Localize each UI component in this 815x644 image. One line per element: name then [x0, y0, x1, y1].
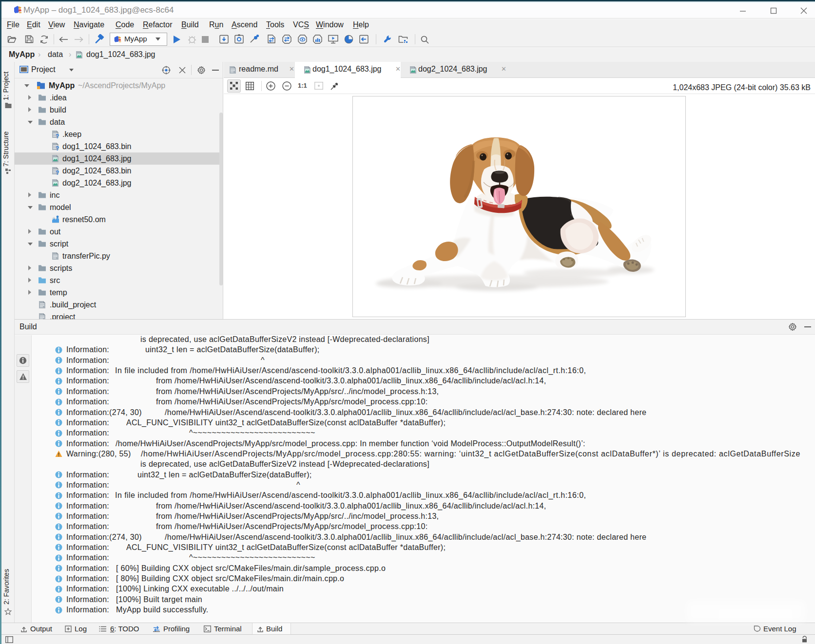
svg-text:?: ?	[56, 133, 59, 139]
svg-text:?: ?	[56, 170, 59, 176]
svg-text:?: ?	[56, 146, 59, 152]
